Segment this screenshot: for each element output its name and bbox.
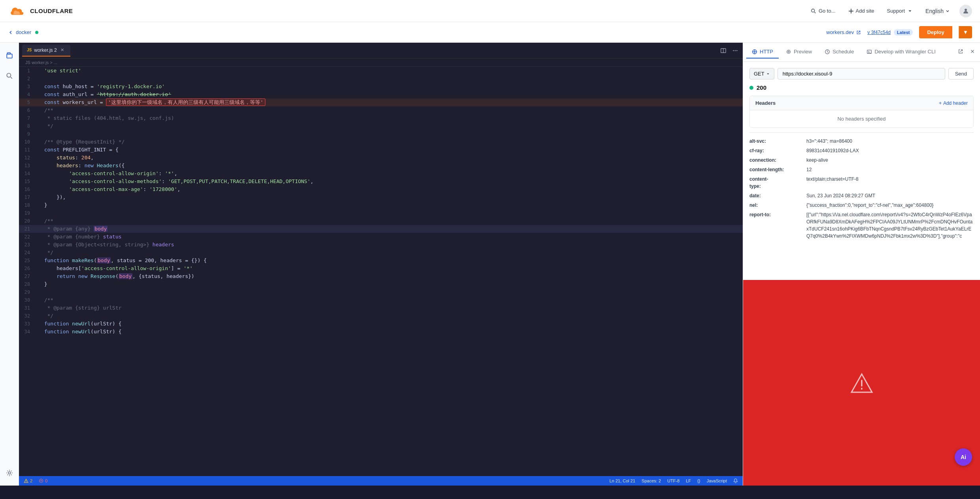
tab-preview-label: Preview	[794, 49, 812, 55]
search-icon	[811, 8, 816, 14]
tab-http[interactable]: HTTP	[746, 45, 779, 59]
tab-wrangler-label: Develop with Wrangler CLI	[874, 49, 935, 55]
sidebar-explorer-icon[interactable]	[3, 49, 16, 62]
table-row: 5 const workers_url = '这里填你的下一级域名，有人用的三级…	[19, 98, 743, 106]
plus-icon	[848, 8, 854, 14]
ellipsis-icon	[732, 48, 738, 53]
back-label: docker	[16, 29, 31, 35]
response-header-cf-ray: cf-ray: 89831c440191092d-LAX	[749, 147, 974, 154]
tab-preview[interactable]: Preview	[780, 45, 817, 59]
latest-badge: Latest	[894, 29, 913, 36]
tab-schedule[interactable]: Schedule	[819, 45, 859, 59]
editor-tab-actions	[719, 46, 740, 55]
send-button[interactable]: Send	[948, 68, 974, 79]
workers-dev-label: workers.dev	[826, 29, 854, 35]
sidebar-search-icon[interactable]	[3, 70, 16, 82]
svg-point-8	[735, 50, 736, 51]
url-input[interactable]	[778, 68, 945, 79]
support-label: Support	[887, 8, 905, 14]
headers-title: Headers	[755, 100, 776, 106]
back-to-docker-link[interactable]: docker	[8, 29, 38, 35]
tab-http-label: HTTP	[760, 49, 773, 55]
resp-val: Sun, 23 Jun 2024 08:29:27 GMT	[806, 192, 974, 199]
table-row: 33 function newUrl(urlStr) {	[19, 320, 743, 328]
code-table: 1 'use strict' 2 3 const hub_host = 'reg…	[19, 67, 743, 336]
tab-close-button[interactable]: ✕	[59, 47, 66, 53]
user-icon	[963, 8, 969, 14]
http-panel: GET Send 200 Headers + Add header	[743, 62, 980, 280]
split-editor-button[interactable]	[719, 46, 728, 55]
popout-icon	[958, 49, 963, 54]
table-row: 22 * @param {number} status	[19, 233, 743, 241]
table-row: 34 function newUrl(urlStr) {	[19, 328, 743, 336]
chevron-down-icon	[766, 72, 770, 76]
terminal-icon	[866, 49, 872, 55]
resp-key: content-type:	[749, 176, 805, 190]
ai-assistant-button[interactable]: Ai	[955, 448, 972, 466]
resp-key: alt-svc:	[749, 138, 805, 145]
url-bar: GET Send	[749, 68, 974, 79]
table-row: 2	[19, 75, 743, 83]
response-header-report-to: report-to: [{"url":"https:\/\/a.nel.clou…	[749, 211, 974, 240]
table-row: 28 }	[19, 280, 743, 288]
status-green-dot	[749, 86, 753, 90]
goto-button[interactable]: Go to...	[808, 6, 839, 15]
status-warnings: 2	[24, 478, 32, 483]
response-header-content-length: content-length: 12	[749, 166, 974, 173]
method-select[interactable]: GET	[749, 68, 774, 79]
support-button[interactable]: Support	[884, 6, 916, 15]
popout-button[interactable]	[956, 47, 965, 57]
user-menu-button[interactable]	[959, 5, 972, 17]
svg-point-0	[812, 9, 815, 12]
chevron-down-icon	[907, 8, 913, 14]
braces-icon: {}	[697, 478, 700, 483]
encoding-indicator: UTF-8	[667, 478, 679, 483]
editor-area: JS worker.js 2 ✕ JS worker.js > ...	[19, 43, 743, 486]
deploy-chevron-button[interactable]: ▼	[959, 26, 972, 38]
table-row: 4 const auth_url = 'https://auth.docker.…	[19, 91, 743, 98]
error-icon	[39, 478, 44, 483]
response-header-alt-svc: alt-svc: h3=":443"; ma=86400	[749, 138, 974, 145]
resp-key: content-length:	[749, 166, 805, 173]
split-icon	[721, 48, 726, 53]
close-panel-button[interactable]	[968, 47, 977, 57]
goto-label: Go to...	[819, 8, 836, 14]
sidebar-settings-icon[interactable]	[3, 467, 16, 479]
table-row: 29	[19, 288, 743, 296]
table-row: 3 const hub_host = 'registry-1.docker.io…	[19, 83, 743, 91]
status-errors: 0	[39, 478, 47, 483]
add-header-button[interactable]: + Add header	[939, 100, 968, 106]
version-badge: v 3f47c54d Latest	[867, 29, 913, 36]
resp-val: h3=":443"; ma=86400	[806, 138, 974, 145]
preview-icon	[786, 49, 791, 55]
chevron-down-icon	[945, 9, 950, 13]
resp-key: connection:	[749, 157, 805, 164]
deploy-button[interactable]: Deploy	[919, 26, 952, 38]
back-arrow-icon	[8, 30, 13, 35]
right-panel-icon-group	[956, 47, 977, 57]
editor-tabs: JS worker.js 2 ✕	[19, 43, 743, 59]
code-container[interactable]: 1 'use strict' 2 3 const hub_host = 'reg…	[19, 67, 743, 476]
resp-key: nel:	[749, 202, 805, 209]
sub-header: docker workers.dev v 3f47c54d Latest Dep…	[0, 22, 980, 43]
add-site-button[interactable]: Add site	[848, 8, 874, 14]
table-row: 25 function makeRes(body, status = 200, …	[19, 257, 743, 265]
response-header-date: date: Sun, 23 Jun 2024 08:29:27 GMT	[749, 192, 974, 199]
language-button[interactable]: English	[925, 8, 950, 14]
tab-worker-js[interactable]: JS worker.js 2 ✕	[22, 45, 70, 57]
method-label: GET	[754, 71, 764, 77]
resp-val: [{"url":"https:\/\/a.nel.cloudflare.com\…	[806, 211, 974, 240]
version-label: v 3f47c54d	[867, 30, 891, 35]
plus-sign: +	[939, 100, 942, 106]
table-row: 26 headers['access-control-allow-origin'…	[19, 265, 743, 272]
tab-label: worker.js 2	[34, 47, 57, 53]
external-link-icon	[856, 30, 861, 35]
workers-dev-link[interactable]: workers.dev	[826, 29, 861, 35]
table-row: 17 }),	[19, 193, 743, 201]
more-options-button[interactable]	[731, 46, 740, 55]
table-row: 18 }	[19, 201, 743, 209]
table-row: 20 /**	[19, 217, 743, 225]
clock-icon	[825, 49, 830, 55]
table-row: 13 headers: new Headers({	[19, 162, 743, 170]
tab-wrangler[interactable]: Develop with Wrangler CLI	[861, 45, 941, 59]
